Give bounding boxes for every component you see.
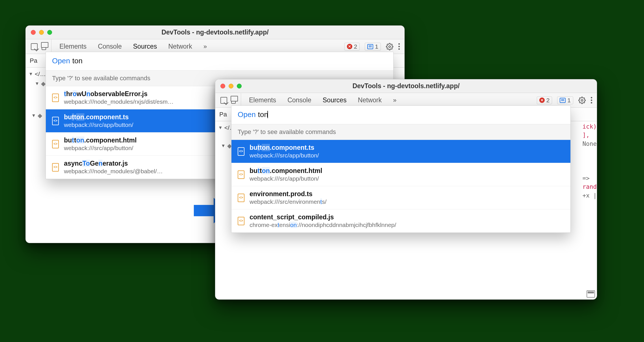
result-path: chrome-extension://noondiphcddnnabmjcihc…: [250, 222, 396, 228]
inspect-element-icon[interactable]: [220, 97, 227, 104]
file-icon: [238, 170, 244, 179]
error-count: 2: [546, 97, 550, 104]
tree-row: </…: [35, 69, 46, 79]
maximize-button[interactable]: [237, 84, 242, 88]
command-palette: Open ton Type '?' to see available comma…: [231, 105, 571, 233]
message-count: 1: [567, 97, 571, 104]
file-icon: [238, 147, 244, 156]
result-filename: button.component.html: [250, 167, 322, 175]
traffic-lights: [31, 30, 52, 35]
result-path: webpack:///node_modules/rxjs/dist/esm…: [64, 98, 174, 105]
tab-sources[interactable]: Sources: [323, 96, 346, 104]
result-filename: asyncToGenerator.js: [64, 160, 163, 167]
file-icon: [238, 217, 244, 225]
palette-open-label: Open: [238, 110, 256, 119]
tab-elements[interactable]: Elements: [59, 43, 87, 50]
file-icon: [238, 194, 244, 202]
close-button[interactable]: [220, 84, 225, 88]
tab-elements[interactable]: Elements: [249, 96, 276, 104]
device-mode-icon[interactable]: [42, 43, 46, 50]
tab-network[interactable]: Network: [168, 43, 192, 50]
svg-point-0: [389, 46, 391, 47]
drawer-toggle-icon[interactable]: [587, 290, 595, 298]
svg-point-1: [581, 99, 583, 101]
tab-console[interactable]: Console: [98, 43, 122, 50]
kebab-menu-icon[interactable]: [591, 97, 592, 103]
palette-query-row[interactable]: Open ton: [46, 52, 393, 71]
message-count: 1: [375, 43, 378, 50]
error-count: 2: [354, 43, 357, 50]
window-titlebar: DevTools - ng-devtools.netlify.app/: [215, 79, 597, 93]
palette-open-label: Open: [52, 57, 70, 65]
result-path: webpack:///src/environments/: [250, 198, 327, 205]
message-count-badge[interactable]: 1: [365, 43, 381, 51]
file-icon: [52, 117, 59, 125]
result-filename: button.component.html: [64, 137, 137, 144]
kebab-menu-icon[interactable]: [398, 43, 400, 50]
palette-result[interactable]: content_script_compiled.jschrome-extensi…: [231, 209, 570, 233]
overflow-tabs-icon[interactable]: »: [203, 43, 207, 50]
file-icon: [52, 94, 59, 102]
traffic-lights: [220, 84, 242, 88]
error-count-badge[interactable]: ✕2: [344, 43, 360, 51]
palette-query-row[interactable]: Open ton: [231, 106, 570, 124]
error-count-badge[interactable]: ✕2: [537, 96, 552, 104]
palette-result[interactable]: button.component.htmlwebpack:///src/app/…: [231, 163, 570, 186]
palette-hint: Type '?' to see available commands: [231, 124, 570, 140]
palette-result[interactable]: environment.prod.tswebpack:///src/enviro…: [231, 186, 570, 209]
overflow-tabs-icon[interactable]: »: [393, 97, 396, 104]
palette-results: button.component.tswebpack:///src/app/bu…: [231, 140, 570, 233]
palette-query-text: ton: [72, 57, 83, 65]
device-mode-icon[interactable]: [231, 97, 236, 104]
result-path: webpack:///src/app/button/: [64, 122, 133, 128]
result-filename: throwUnobservableError.js: [64, 90, 174, 98]
subbar-text: Pa: [219, 111, 227, 118]
result-filename: button.component.ts: [250, 144, 319, 151]
result-path: webpack:///src/app/button/: [250, 152, 319, 159]
gear-icon[interactable]: [578, 97, 586, 104]
minimize-button[interactable]: [229, 84, 233, 88]
result-path: webpack:///node_modules/@babel/…: [64, 168, 163, 175]
file-icon: [52, 140, 59, 148]
result-filename: content_script_compiled.js: [250, 213, 396, 221]
result-filename: button.component.ts: [64, 113, 133, 121]
gear-icon[interactable]: [386, 43, 393, 50]
palette-result[interactable]: button.component.tswebpack:///src/app/bu…: [231, 140, 570, 163]
subbar-text: Pa: [30, 57, 37, 64]
inspect-element-icon[interactable]: [31, 43, 38, 50]
result-path: webpack:///src/app/button/: [64, 145, 137, 151]
tab-console[interactable]: Console: [287, 96, 311, 104]
file-icon: [52, 163, 59, 172]
editor-code-peek: ick) ], None => rand +x |: [582, 121, 597, 299]
window-title: DevTools - ng-devtools.netlify.app/: [215, 82, 597, 90]
close-button[interactable]: [31, 30, 36, 35]
tab-sources[interactable]: Sources: [133, 43, 157, 50]
text-caret: [267, 111, 268, 118]
palette-query-text: ton: [258, 110, 268, 119]
devtools-window-after: DevTools - ng-devtools.netlify.app/ Elem…: [215, 79, 597, 300]
message-count-badge[interactable]: 1: [557, 96, 573, 104]
result-filename: environment.prod.ts: [250, 190, 327, 198]
tab-network[interactable]: Network: [358, 96, 382, 104]
window-title: DevTools - ng-devtools.netlify.app/: [26, 29, 404, 36]
result-path: webpack:///src/app/button/: [250, 175, 322, 182]
minimize-button[interactable]: [39, 30, 44, 35]
maximize-button[interactable]: [47, 30, 52, 35]
window-titlebar: DevTools - ng-devtools.netlify.app/: [26, 26, 404, 39]
